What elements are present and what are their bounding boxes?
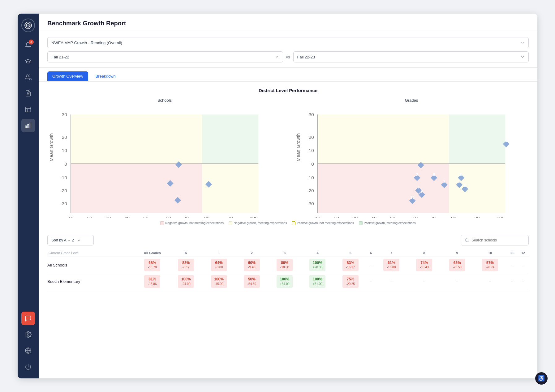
col-header-12: 12 <box>518 249 529 257</box>
schools-scatter-plot: 30 20 10 0 -10 -20 -30 10 20 30 40 <box>47 105 282 218</box>
sidebar-bottom <box>21 312 35 373</box>
grade-cell: – <box>518 273 529 290</box>
svg-text:10: 10 <box>68 215 73 217</box>
grade-cell: 81% -15.86 <box>135 273 170 290</box>
legend-swatch-1 <box>160 221 164 225</box>
grade-cell: 64% +3.00 <box>202 257 235 273</box>
app-logo[interactable] <box>21 19 35 32</box>
svg-text:0: 0 <box>311 161 314 167</box>
svg-rect-46 <box>318 114 449 164</box>
svg-text:70: 70 <box>430 215 436 217</box>
col-header-2: 2 <box>235 249 268 257</box>
svg-line-93 <box>468 241 469 242</box>
graduation-cap-icon <box>25 58 32 65</box>
grade-cell: – <box>518 257 529 273</box>
svg-point-92 <box>465 239 468 241</box>
settings-icon <box>25 331 32 338</box>
svg-text:-20: -20 <box>307 188 314 193</box>
sidebar-item-groups[interactable] <box>21 70 35 84</box>
svg-text:30: 30 <box>62 112 67 117</box>
table-row: Beech Elementary 81% -15.86 100% -24.00 … <box>47 273 529 290</box>
period1-select[interactable]: Fall 21-22 <box>47 51 283 62</box>
legend-item-4: Positive growth, meeting expectations <box>359 221 416 225</box>
grade-cell: – <box>367 257 375 273</box>
sidebar-item-reports[interactable] <box>21 87 35 100</box>
sidebar-item-benchmark[interactable] <box>21 119 35 132</box>
svg-text:-10: -10 <box>60 175 67 180</box>
svg-text:40: 40 <box>371 215 376 217</box>
svg-text:K: K <box>458 180 461 184</box>
grade-cell: 100% +51.00 <box>301 273 334 290</box>
grades-scatter-plot: 30 20 10 0 -10 -20 -30 10 20 30 40 <box>294 105 529 218</box>
svg-text:9: 9 <box>421 189 423 194</box>
svg-rect-17 <box>71 114 202 164</box>
svg-text:-10: -10 <box>307 175 314 180</box>
svg-text:100: 100 <box>250 215 257 217</box>
chart-section: District Level Performance Schools <box>39 82 537 231</box>
search-box[interactable] <box>461 235 529 245</box>
svg-text:1: 1 <box>420 160 422 164</box>
svg-rect-48 <box>449 164 505 213</box>
grade-cell: 74% -10.43 <box>408 257 441 273</box>
period2-select[interactable]: Fall 22-23 <box>293 51 529 62</box>
sort-chevron-icon <box>77 238 81 242</box>
sidebar-item-globe[interactable] <box>21 344 35 357</box>
col-header-all-grades: All Grades <box>135 249 170 257</box>
svg-text:Mean Growth: Mean Growth <box>49 133 54 161</box>
chart-title: District Level Performance <box>47 88 529 93</box>
svg-text:80: 80 <box>451 215 456 217</box>
sidebar-item-alerts[interactable]: 8 <box>21 38 35 52</box>
grade-cell: 50% -54.50 <box>235 273 268 290</box>
svg-text:20: 20 <box>309 134 314 140</box>
tab-growth-overview[interactable]: Growth Overview <box>47 71 88 81</box>
svg-rect-18 <box>202 114 258 164</box>
sidebar-item-schools[interactable] <box>21 103 35 116</box>
col-header-9: 9 <box>441 249 474 257</box>
chart-legend: Negative growth, not meeting expectation… <box>47 221 529 225</box>
legend-swatch-3 <box>292 221 295 225</box>
sidebar-item-chat[interactable] <box>21 312 35 325</box>
grade-cell: 75% -20.25 <box>334 273 367 290</box>
svg-text:20: 20 <box>87 215 92 217</box>
accessibility-button[interactable]: ♿ <box>535 372 548 385</box>
svg-text:8: 8 <box>433 173 435 177</box>
svg-point-5 <box>26 75 28 77</box>
schools-chart: Schools <box>47 98 282 219</box>
svg-text:0: 0 <box>64 161 67 167</box>
svg-text:10: 10 <box>62 148 67 153</box>
svg-text:-30: -30 <box>307 201 314 206</box>
col-header-k: K <box>170 249 202 257</box>
svg-text:30: 30 <box>353 215 358 217</box>
message-square-icon <box>25 315 32 322</box>
globe-icon <box>25 347 32 354</box>
svg-text:80: 80 <box>204 215 209 217</box>
grade-cell: 83% -8.17 <box>170 257 202 273</box>
svg-text:100: 100 <box>497 215 504 217</box>
power-icon <box>25 363 32 370</box>
assessment-select[interactable]: NWEA MAP Growth - Reading (Overall) <box>47 37 529 48</box>
table-row: All Schools 68% -13.78 83% -8.17 64% +3.… <box>47 257 529 273</box>
tab-breakdown[interactable]: Breakdown <box>91 71 121 81</box>
svg-text:-20: -20 <box>60 188 67 193</box>
logo-icon <box>24 21 32 30</box>
grade-cell: 83% -16.17 <box>334 257 367 273</box>
col-header-4: 4 <box>301 249 334 257</box>
grades-chart-label: Grades <box>294 98 529 103</box>
svg-text:90: 90 <box>228 215 233 217</box>
sidebar-item-settings[interactable] <box>21 328 35 341</box>
sidebar-item-power[interactable] <box>21 360 35 373</box>
school-name-cell: All Schools <box>47 257 135 273</box>
sidebar-item-students[interactable] <box>21 54 35 68</box>
search-input[interactable] <box>471 238 525 242</box>
building-icon <box>25 106 32 113</box>
sort-select[interactable]: Sort by A → Z <box>47 235 94 245</box>
svg-rect-19 <box>202 164 258 213</box>
svg-rect-16 <box>71 164 202 213</box>
grade-cell: 100% +20.33 <box>301 257 334 273</box>
svg-text:40: 40 <box>124 215 130 217</box>
chevron-down-icon-3 <box>520 55 525 59</box>
grade-cell: – <box>367 273 375 290</box>
grade-cell: 100% -24.00 <box>170 273 202 290</box>
svg-text:4: 4 <box>505 139 507 143</box>
svg-text:20: 20 <box>62 134 67 140</box>
